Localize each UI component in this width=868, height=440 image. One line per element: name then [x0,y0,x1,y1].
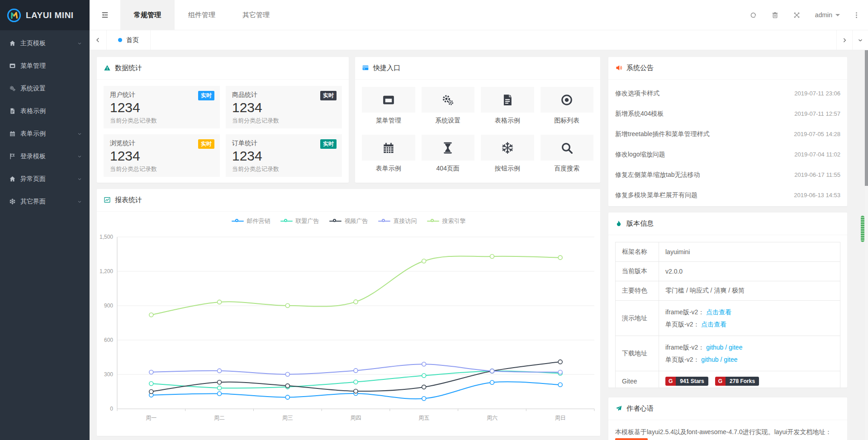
quick-entry-表格示例[interactable]: 表格示例 [481,87,534,125]
window-scrollbar-thumb[interactable] [865,50,868,186]
card-author-header: 作者心语 [608,397,847,420]
announcement-text: 新增treetable插件和菜单管理样式 [615,130,709,138]
announcement-item[interactable]: 修改logo缩放问题2019-07-04 11:02 [615,144,840,165]
quick-entry-表单示例[interactable]: 表单示例 [362,135,415,173]
quick-entry-百度搜索[interactable]: 百度搜索 [541,135,594,173]
realtime-badge: 实时 [320,139,337,149]
version-row-label: Gitee [616,371,659,388]
file-icon [501,93,514,107]
window-scrollbar[interactable] [865,50,868,440]
tab-scroll-left-button[interactable] [90,30,107,50]
svg-text:周五: 周五 [418,415,429,421]
card-report-chart: 报表统计 邮件营销联盟广告视频广告直接访问搜索引擎 03006009001,20… [97,189,600,436]
clear-cache-button[interactable] [764,0,786,30]
card-announcements-header: 系统公告 [608,57,847,80]
announcement-item[interactable]: 修复左侧菜单缩放tab无法移动2019-06-17 11:55 [615,165,840,185]
stat-value: 1234 [110,100,213,115]
logo[interactable]: LAYUI MINI [0,0,90,30]
snowflake-icon [9,198,16,205]
quick-entry-grid: 菜单管理系统设置表格示例图标列表表单示例404页面按钮示例百度搜索 [355,80,600,180]
tab-home[interactable]: 首页 [107,30,151,50]
warning-icon [104,64,111,71]
sidebar-item-主页模板[interactable]: 主页模板 [0,32,90,55]
sidebar-item-label: 异常页面 [20,175,46,183]
card-title: 系统公告 [626,64,654,72]
quick-entry-label: 表单示例 [362,165,415,173]
username: admin [815,11,832,19]
refresh-icon [749,11,757,19]
quick-entry-菜单管理[interactable]: 菜单管理 [362,87,415,125]
version-value: v2.0.0 [665,268,683,275]
stat-box-订单统计: 订单统计1234当前分类总记录数实时 [226,134,342,177]
more-menu-button[interactable] [847,0,865,30]
header-tab-常规管理[interactable]: 常规管理 [120,0,175,30]
author-words-body: 本模板基于layui2.5.4以及font-awesome-4.7.0进行实现。… [608,420,847,440]
main-content: 数据统计 用户统计1234当前分类总记录数实时商品统计1234当前分类总记录数实… [90,50,868,440]
quick-entry-按钮示例[interactable]: 按钮示例 [481,135,534,173]
tab-scroll-right-button[interactable] [836,30,852,50]
quick-entry-图标列表[interactable]: 图标列表 [541,87,594,125]
chevdownsm-icon [857,37,863,43]
cogs-icon [441,93,455,107]
sidebar-item-异常页面[interactable]: 异常页面 [0,168,90,190]
svg-text:周六: 周六 [487,415,498,421]
tab-operations-button[interactable] [852,30,868,50]
version-link[interactable]: 点击查看 [701,321,726,328]
legend-item-直接访问[interactable]: 直接访问 [378,217,417,225]
legend-marker-icon [378,218,390,224]
fullscreen-button[interactable] [786,0,808,30]
gitee-badge[interactable]: G278 Forks [715,377,759,386]
legend-item-搜索引擎[interactable]: 搜索引擎 [427,217,466,225]
quick-entry-404页面[interactable]: 404页面 [422,135,475,173]
legend-item-视频广告[interactable]: 视频广告 [329,217,368,225]
legend-label: 邮件营销 [247,217,270,225]
card-title: 报表统计 [115,196,142,204]
stat-desc: 当前分类总记录数 [232,165,336,173]
header-tab-组件管理[interactable]: 组件管理 [175,0,229,30]
quick-entry-label: 图标列表 [541,117,594,125]
stat-box-商品统计: 商品统计1234当前分类总记录数实时 [226,86,342,128]
legend-item-邮件营销[interactable]: 邮件营销 [232,217,270,225]
legend-marker-icon [232,218,244,224]
version-link[interactable]: 点击查看 [706,308,731,316]
quick-entry-系统设置[interactable]: 系统设置 [422,87,475,125]
svg-text:周三: 周三 [282,415,293,421]
chevdownsm-icon [77,131,82,137]
content-scrollbar-thumb[interactable] [861,216,864,242]
sidebar-item-表单示例[interactable]: 表单示例 [0,123,90,145]
header-tab-其它管理[interactable]: 其它管理 [229,0,283,30]
announcement-text: 修改logo缩放问题 [615,151,665,159]
announcement-item[interactable]: 新增系统404模板2019-07-11 12:57 [615,104,840,124]
stat-box-浏览统计: 浏览统计1234当前分类总记录数实时 [104,134,220,177]
version-row-演示地址: 演示地址iframe版-v2： 点击查看单页版-v2： 点击查看 [616,301,840,336]
card-title: 快捷入口 [373,64,400,72]
expand-icon [793,11,801,19]
svg-text:周一: 周一 [146,415,157,421]
sidebar-item-系统设置[interactable]: 系统设置 [0,77,90,100]
svg-text:0: 0 [110,406,113,412]
sidebar-item-表格示例[interactable]: 表格示例 [0,100,90,123]
version-link[interactable]: github / gitee [701,356,737,363]
sidebar-item-菜单管理[interactable]: 菜单管理 [0,55,90,77]
announcement-item[interactable]: 修改选项卡样式2019-07-11 23:06 [615,83,840,104]
legend-item-联盟广告[interactable]: 联盟广告 [280,217,319,225]
search-icon [560,141,574,155]
sidebar-item-label: 表单示例 [20,130,46,138]
stat-box-用户统计: 用户统计1234当前分类总记录数实时 [104,86,220,128]
refresh-button[interactable] [743,0,764,30]
svg-text:周四: 周四 [351,415,361,421]
sidebar-item-其它界面[interactable]: 其它界面 [0,190,90,213]
sidebar-item-登录模板[interactable]: 登录模板 [0,145,90,168]
version-row-主要特色: 主要特色零门槛 / 响应式 / 清爽 / 极简 [616,281,840,301]
gitee-badge[interactable]: G941 Stars [665,377,708,386]
stat-value: 1234 [110,148,213,164]
announcement-item[interactable]: 修复多模块菜单栏展开有问题2019-06-13 14:53 [615,185,840,205]
quick-entry-label: 表格示例 [481,117,534,125]
announcement-item[interactable]: 新增treetable插件和菜单管理样式2019-07-05 14:28 [615,124,840,144]
cogs-icon [9,85,16,92]
layui-doc-badge[interactable]: layui文档 [615,438,648,440]
user-menu[interactable]: admin [808,0,847,30]
collapse-sidebar-button[interactable] [90,0,120,30]
version-link[interactable]: github / gitee [706,344,742,351]
sidebar-item-label: 其它界面 [20,198,46,206]
